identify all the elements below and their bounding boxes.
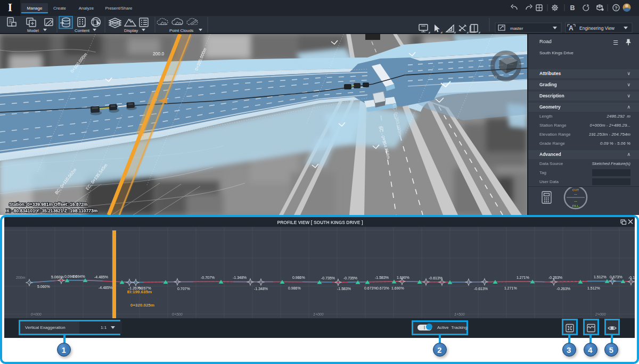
svg-text:◢: ◢: [478, 31, 480, 34]
svg-text:Point Clouds: Point Clouds: [169, 28, 193, 33]
svg-text:Station: 0+339.981m Offset: 16: Station: 0+339.981m Offset: 16.872m: [9, 202, 88, 207]
svg-text:X: -80.834101 Y: 35.213621 Z:: X: -80.834101 Y: 35.213621 Z: 198.110773…: [6, 208, 98, 213]
svg-text:--: --: [574, 192, 577, 196]
svg-text:--: --: [574, 198, 577, 203]
svg-text:◢: ◢: [440, 31, 443, 34]
svg-text:FILL: FILL: [572, 204, 579, 208]
svg-text:◢: ◢: [428, 31, 430, 34]
svg-text:W: W: [494, 75, 497, 79]
svg-text:◢: ◢: [466, 31, 469, 34]
svg-text:?: ?: [615, 5, 618, 11]
svg-text:Model: Model: [27, 28, 39, 33]
svg-text:A: A: [569, 24, 574, 32]
svg-text:master: master: [510, 26, 523, 31]
svg-text:200.0: 200.0: [153, 51, 165, 56]
svg-text:Content: Content: [75, 28, 90, 33]
svg-text:B: B: [570, 4, 575, 12]
svg-text:◢: ◢: [454, 31, 456, 34]
svg-text:Display: Display: [124, 28, 138, 33]
svg-text:Engineering View: Engineering View: [579, 26, 615, 31]
